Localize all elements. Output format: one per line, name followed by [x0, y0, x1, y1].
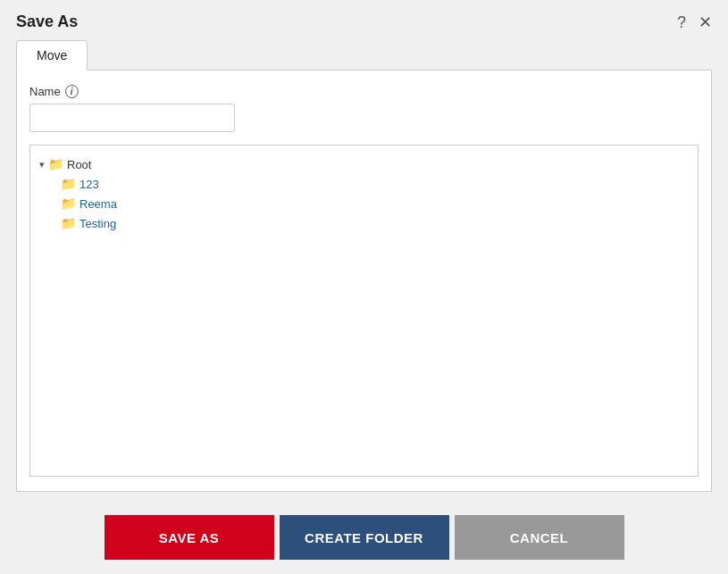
name-label-text: Name	[29, 85, 61, 98]
help-icon[interactable]: ?	[677, 14, 686, 30]
dialog-body: Move Name i ▾ 📁 Root	[0, 40, 728, 501]
folder-tree: ▾ 📁 Root 📁 123 📁 Reema	[29, 145, 699, 477]
tree-node-root-label: Root	[67, 158, 91, 171]
tree-node-reema-label: Reema	[79, 197, 117, 211]
tree-node-root[interactable]: ▾ 📁 Root	[38, 154, 690, 174]
chevron-down-icon: ▾	[39, 159, 45, 171]
tree-node-123[interactable]: 📁 123	[59, 174, 690, 194]
tree-node-123-label: 123	[79, 178, 99, 191]
save-as-button[interactable]: SAVE AS	[105, 515, 274, 560]
folder-icon-reema: 📁	[61, 196, 76, 211]
name-input[interactable]	[29, 104, 235, 132]
tab-move[interactable]: Move	[16, 40, 88, 71]
tree-node-reema[interactable]: 📁 Reema	[59, 194, 690, 213]
name-info-icon: i	[65, 85, 79, 98]
tree-node-testing[interactable]: 📁 Testing	[59, 213, 690, 233]
close-icon[interactable]: ✕	[699, 14, 712, 30]
dialog-footer: SAVE AS CREATE FOLDER CANCEL	[0, 501, 728, 574]
folder-icon-testing: 📁	[61, 216, 76, 230]
tab-bar: Move	[16, 40, 712, 71]
cancel-button[interactable]: CANCEL	[455, 515, 624, 560]
tree-children: 📁 123 📁 Reema 📁 Testing	[59, 174, 690, 233]
content-box: Name i ▾ 📁 Root 📁	[16, 71, 712, 492]
dialog-titlebar-actions: ? ✕	[677, 14, 712, 30]
dialog-title: Save As	[16, 12, 78, 31]
dialog-titlebar: Save As ? ✕	[0, 0, 728, 40]
tree-node-testing-label: Testing	[79, 217, 116, 230]
folder-icon-root: 📁	[48, 157, 63, 171]
folder-icon-123: 📁	[61, 177, 76, 191]
name-label-row: Name i	[29, 85, 699, 98]
dialog-overlay: Save As ? ✕ Move Name i	[0, 0, 728, 574]
save-as-dialog: Save As ? ✕ Move Name i	[0, 0, 728, 574]
create-folder-button[interactable]: CREATE FOLDER	[280, 515, 449, 560]
